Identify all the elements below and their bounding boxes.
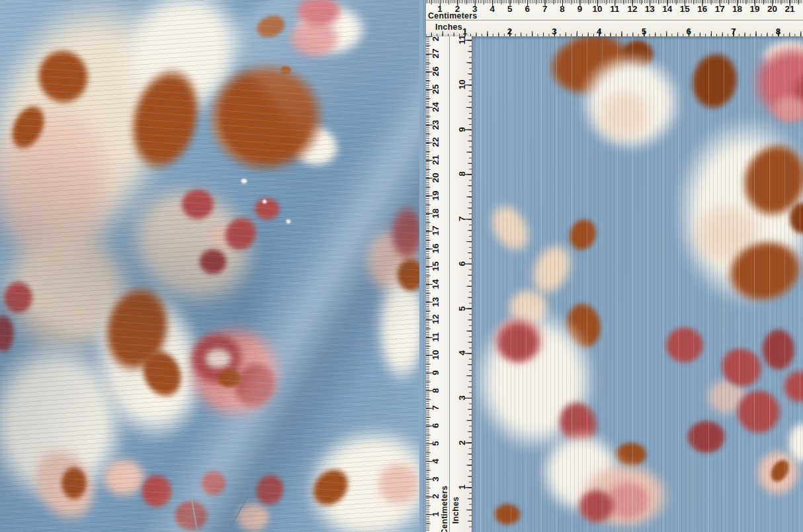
petal-motif <box>493 319 543 366</box>
horizontal-ruler: Centimeters Inches 123456789101112131415… <box>426 0 803 36</box>
ruler-number: 7 <box>731 26 736 36</box>
ruler-number: 9 <box>457 127 467 132</box>
ruler-number: 3 <box>552 26 557 36</box>
petal-motif <box>196 246 230 278</box>
ruler-number: 4 <box>597 26 602 36</box>
inch-scale-numbers: 1234567891011 <box>426 36 472 532</box>
leaf-motif <box>215 367 245 390</box>
ruler-number: 4 <box>457 350 467 356</box>
leaf-motif <box>58 463 90 504</box>
ruler-number: 1 <box>457 485 467 490</box>
ruler-number: 2 <box>507 26 513 36</box>
vertical-ruler: Centimeters Inches 123456789101112131415… <box>426 36 472 532</box>
ruler-number: 8 <box>776 26 781 36</box>
ruler-number: 8 <box>457 172 467 177</box>
petal-motif <box>177 185 218 223</box>
ruler-number: 6 <box>457 261 467 266</box>
leaf-motif <box>394 254 419 295</box>
inch-scale-numbers: 12345678 <box>426 0 803 36</box>
leaf-motif <box>279 65 292 75</box>
paint-speck <box>284 218 292 225</box>
ruler-number: 10 <box>457 79 467 89</box>
leaf-motif <box>491 501 524 527</box>
petal-motif <box>575 486 618 527</box>
paint-speck <box>239 177 249 185</box>
ruler-number: 3 <box>457 395 467 400</box>
ruler-number: 5 <box>457 306 467 311</box>
ruler-number: 2 <box>457 440 467 445</box>
petal-motif <box>198 468 229 498</box>
ruler-number: 7 <box>457 216 467 221</box>
ruler-number: 1 <box>462 26 468 36</box>
petal-motif <box>661 323 708 367</box>
flat-fabric-panel: Centimeters Inches 123456789101112131415… <box>419 0 803 532</box>
petal-motif <box>683 416 730 457</box>
fabric-product-photo: Centimeters Inches 123456789101112131415… <box>0 0 803 532</box>
draped-fabric-panel <box>0 0 419 532</box>
flower-motif <box>585 79 664 152</box>
ruler-number: 5 <box>642 26 647 36</box>
ruler-number: 6 <box>686 26 691 36</box>
paint-speck <box>261 198 268 205</box>
petal-motif <box>732 385 786 439</box>
ruler-number: 11 <box>457 36 467 44</box>
